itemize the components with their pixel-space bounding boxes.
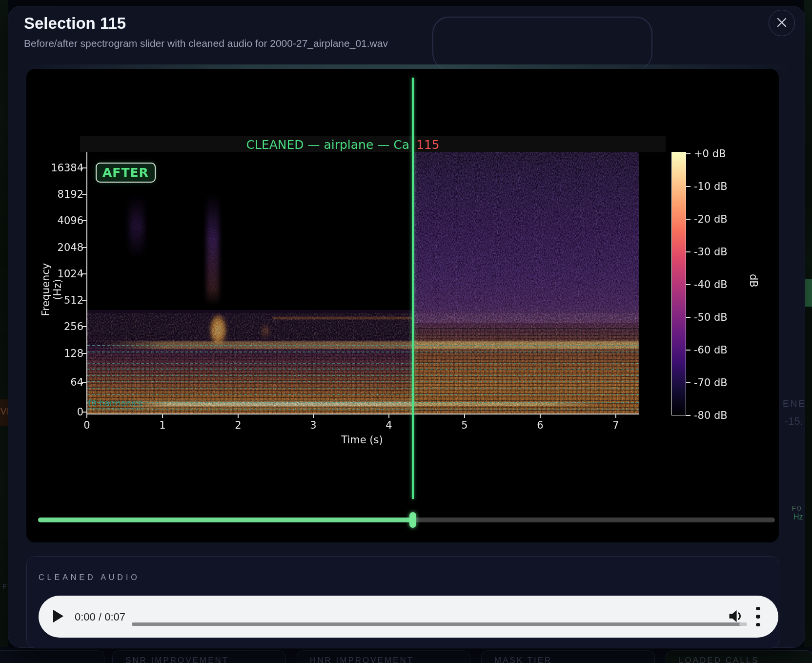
harmonic-guide-line	[87, 352, 639, 352]
colorbar-tick	[686, 153, 690, 154]
background-stat-card-snr: SNR IMPROVEMENT	[112, 650, 286, 663]
audio-menu-button[interactable]	[749, 606, 767, 627]
stat-label-mask: MASK TIER	[494, 656, 552, 663]
play-button[interactable]	[47, 606, 69, 627]
plot-title-cleaned: CLEANED — airplane — Ca	[246, 138, 410, 152]
colorbar-tick-label: -30 dB	[694, 246, 748, 258]
colorbar-tick	[686, 317, 690, 318]
background-ghost-card-outline	[432, 17, 652, 70]
after-badge: AFTER	[96, 163, 156, 183]
f0-harmonics-annotation: f0 harmonics	[88, 398, 142, 409]
harmonic-guide-line	[87, 363, 639, 364]
colorbar-tick-label: -70 dB	[694, 377, 748, 389]
background-ghost-label: ENE	[783, 398, 806, 409]
volume-icon	[727, 620, 745, 627]
x-tick-mark	[313, 414, 314, 418]
colorbar	[671, 152, 686, 415]
colorbar-tick-label: -40 dB	[694, 279, 748, 290]
screen: VEH FEA SNR IMPROVEMENT HNR IMPROVEMENT …	[0, 0, 812, 663]
y-tick-label: 64	[26, 376, 83, 388]
colorbar-tick	[686, 186, 690, 187]
colorbar-tick-label: -80 dB	[694, 410, 748, 421]
selection-modal: Selection 115 Before/after spectrogram s…	[8, 6, 805, 648]
x-tick-label: 3	[303, 419, 324, 431]
colorbar-tick	[686, 382, 690, 383]
close-icon	[776, 17, 788, 30]
colorbar-tick-label: -60 dB	[694, 344, 748, 356]
y-tick-mark	[82, 326, 86, 327]
background-ghost-label: F0	[792, 504, 802, 512]
harmonic-guide-line	[87, 402, 639, 403]
y-tick-mark	[82, 220, 86, 221]
spectrogram-after-region	[87, 152, 414, 414]
stat-label-hnr: HNR IMPROVEMENT	[310, 656, 414, 663]
x-tick-mark	[615, 414, 616, 418]
transient-blob	[259, 323, 272, 339]
x-tick-label: 1	[152, 419, 173, 431]
colorbar-tick-label: -20 dB	[694, 213, 748, 225]
x-tick-label: 5	[454, 419, 475, 431]
background-ghost-value: -15.	[785, 415, 803, 428]
harmonic-guide-line	[87, 369, 639, 370]
stat-label-snr: SNR IMPROVEMENT	[125, 656, 229, 663]
colorbar-tick	[686, 219, 690, 220]
menu-dot	[756, 623, 760, 626]
colorbar-tick	[686, 350, 690, 351]
background-left-sidebar	[0, 0, 8, 663]
spectrogram-plot: f0 harmonics	[86, 152, 639, 414]
menu-dot	[756, 615, 760, 618]
x-tick-mark	[238, 414, 239, 418]
colorbar-tick	[686, 284, 690, 285]
background-stat-card-hnr: HNR IMPROVEMENT	[297, 650, 470, 663]
background-stat-card	[0, 650, 104, 663]
close-button[interactable]	[769, 10, 795, 36]
y-tick-label: 2048	[26, 242, 83, 253]
y-tick-mark	[82, 300, 86, 301]
harmonic-guide-line	[87, 345, 639, 346]
x-tick-mark	[162, 414, 163, 418]
x-tick-label: 6	[529, 419, 551, 431]
harmonic-guide-line	[87, 381, 639, 382]
background-stat-card-loaded: LOADED CALLS	[666, 650, 812, 663]
compare-slider-thumb[interactable]	[409, 512, 416, 528]
x-tick-mark	[388, 414, 389, 418]
compare-divider-line[interactable]	[412, 78, 414, 499]
cleaned-audio-section-label: CLEANED AUDIO	[39, 573, 140, 582]
y-tick-mark	[82, 247, 86, 248]
y-tick-label: 0	[26, 406, 83, 418]
colorbar-tick-label: -10 dB	[694, 181, 748, 192]
x-tick-mark	[464, 414, 465, 418]
audio-seek-bar[interactable]	[132, 622, 744, 626]
stat-label-loaded: LOADED CALLS	[679, 656, 759, 663]
x-axis-label: Time (s)	[86, 434, 638, 446]
audio-time-display: 0:00 / 0:07	[75, 611, 125, 623]
harmonic-guide-line	[87, 375, 639, 376]
menu-dot	[756, 607, 760, 610]
x-tick-mark	[86, 414, 87, 418]
faint-harmonic-streak	[206, 193, 219, 306]
colorbar-tick	[686, 251, 690, 252]
cleaned-audio-card: CLEANED AUDIO 0:00 / 0:07	[26, 556, 779, 648]
colorbar-tick	[686, 415, 690, 416]
harmonic-trace	[273, 317, 414, 319]
y-tick-mark	[82, 167, 86, 168]
background-ghost-label: Hz	[793, 513, 803, 521]
spectrogram-panel: CLEANED — airplane — Ca 115	[26, 69, 779, 542]
colorbar-tick-label: -50 dB	[694, 311, 748, 323]
y-tick-label: 128	[26, 348, 83, 359]
y-tick-label: 16384	[26, 162, 83, 174]
y-tick-label: 4096	[26, 215, 83, 227]
y-axis-label: Frequency (Hz)	[40, 255, 63, 324]
plot-title-number: 115	[416, 138, 440, 152]
y-tick-mark	[82, 194, 86, 195]
compare-slider-fill	[38, 518, 413, 522]
y-tick-mark	[82, 273, 86, 274]
harmonic-guide-line	[87, 394, 639, 395]
volume-button[interactable]	[724, 606, 744, 627]
audio-player[interactable]: 0:00 / 0:07	[39, 596, 778, 638]
x-tick-mark	[540, 414, 541, 418]
modal-subtitle: Before/after spectrogram slider with cle…	[24, 38, 388, 49]
x-tick-label: 7	[605, 419, 627, 431]
harmonic-guide-line	[87, 388, 639, 389]
x-tick-label: 2	[227, 419, 249, 431]
